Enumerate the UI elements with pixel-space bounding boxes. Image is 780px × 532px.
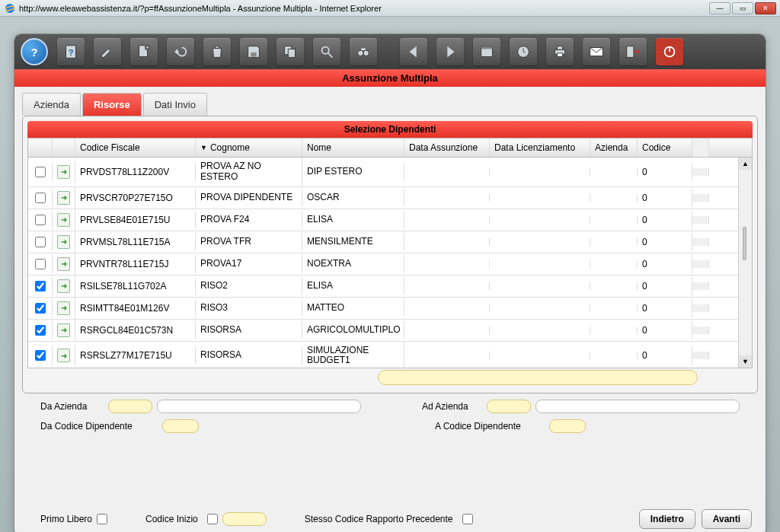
ad-azienda-name[interactable] <box>535 400 740 413</box>
row-action-icon[interactable]: ➜ <box>57 279 70 293</box>
file-plus-icon[interactable]: + <box>130 38 158 65</box>
exit-icon[interactable] <box>619 38 647 65</box>
nav-prev-icon[interactable] <box>400 38 427 65</box>
codice-inizio-field[interactable] <box>222 512 267 526</box>
table-row[interactable]: ➜PRVSCR70P27E715OPROVA DIPENDENTEOSCAR0 <box>28 187 752 209</box>
cell-data-assunzione <box>404 168 490 176</box>
a-codice-dip-field[interactable] <box>549 419 586 433</box>
search-icon[interactable] <box>313 38 340 65</box>
da-azienda-code[interactable] <box>108 400 152 413</box>
cell-data-assunzione <box>404 304 490 312</box>
table-row[interactable]: ➜RSILSE78L11G702ARISO2ELISA0 <box>28 276 752 298</box>
table-row[interactable]: ➜PRVMSL78L11E715APROVA TFRMENSILMENTE0 <box>28 231 752 253</box>
row-checkbox[interactable] <box>35 259 46 269</box>
row-action-icon[interactable]: ➜ <box>57 349 70 362</box>
table-row[interactable]: ➜RSRSLZ77M17E715URISORSASIMULAZIONE BUDG… <box>28 342 752 368</box>
avanti-button[interactable]: Avanti <box>702 509 752 529</box>
table-row[interactable]: ➜RSRGCL84E01C573NRISORSAAGRICOLOMULTIPLO… <box>28 320 752 342</box>
calendar-icon[interactable] <box>473 38 500 65</box>
indietro-button[interactable]: Indietro <box>639 509 695 529</box>
cell-azienda <box>590 260 638 268</box>
cell-azienda <box>590 168 638 176</box>
maximize-button[interactable]: ▭ <box>732 2 753 14</box>
primo-libero-checkbox[interactable] <box>97 514 107 524</box>
cell-data-assunzione <box>404 352 490 359</box>
row-checkbox[interactable] <box>35 215 46 225</box>
col-check[interactable] <box>28 139 53 157</box>
row-checkbox[interactable] <box>35 325 46 336</box>
col-cognome[interactable]: ▼Cognome <box>196 139 302 157</box>
cell-nome: MATTEO <box>302 299 404 317</box>
help-file-icon[interactable]: ? <box>57 38 85 65</box>
lbl-stesso-codice: Stesso Codice Rapporto Precedente <box>305 514 453 524</box>
nav-next-icon[interactable] <box>436 38 464 65</box>
close-button[interactable]: ✕ <box>755 2 776 14</box>
cell-azienda <box>590 282 638 290</box>
row-checkbox[interactable] <box>35 350 46 361</box>
codice-inizio-checkbox[interactable] <box>207 514 218 524</box>
ad-azienda-code[interactable] <box>487 400 531 413</box>
undo-icon[interactable] <box>167 38 194 65</box>
minimize-button[interactable]: — <box>709 2 730 14</box>
table-row[interactable]: ➜PRVNTR78L11E715JPROVA17NOEXTRA0 <box>28 253 752 276</box>
row-action-icon[interactable]: ➜ <box>57 323 70 337</box>
table-row[interactable]: ➜PRVDST78L11Z200VPROVA AZ NO ESTERODIP E… <box>28 158 752 187</box>
tab-dati-invio[interactable]: Dati Invio <box>143 93 207 116</box>
row-checkbox[interactable] <box>35 193 46 203</box>
cell-codice: 0 <box>638 163 692 181</box>
cell-azienda <box>590 194 638 202</box>
grid-scrollbar[interactable]: ▲ ▼ <box>738 158 752 368</box>
col-data-licenziamento[interactable]: Data Licenziamento <box>490 139 590 157</box>
row-action-icon[interactable]: ➜ <box>57 235 70 249</box>
table-row[interactable]: ➜PRVLSE84E01E715UPROVA F24ELISA0 <box>28 209 752 231</box>
ie-icon <box>4 2 16 14</box>
cell-cognome: PROVA DIPENDENTE <box>196 189 302 207</box>
row-action-icon[interactable]: ➜ <box>57 165 70 179</box>
cell-codice: 0 <box>638 233 692 251</box>
cell-data-assunzione <box>404 238 490 246</box>
lbl-da-azienda: Da Azienda <box>40 401 108 412</box>
row-checkbox[interactable] <box>35 237 46 247</box>
print-icon[interactable] <box>546 38 574 65</box>
col-codice-fiscale[interactable]: Codice Fiscale <box>75 139 196 157</box>
col-nome[interactable]: Nome <box>302 139 404 157</box>
lbl-primo-libero: Primo Libero <box>40 514 92 524</box>
row-action-icon[interactable]: ➜ <box>57 257 70 271</box>
copy-icon[interactable] <box>277 38 304 65</box>
tab-risorse[interactable]: Risorse <box>82 93 142 116</box>
grid-filter-field[interactable] <box>378 370 698 385</box>
power-icon[interactable] <box>656 38 683 65</box>
mail-icon[interactable] <box>583 38 610 65</box>
tab-azienda[interactable]: Azienda <box>22 93 81 116</box>
binoculars-icon[interactable] <box>350 38 377 65</box>
col-codice[interactable]: Codice <box>638 139 692 157</box>
cell-data-licenziamento <box>490 352 590 359</box>
col-azienda[interactable]: Azienda <box>590 139 638 157</box>
save-icon[interactable] <box>240 38 267 65</box>
table-row[interactable]: ➜RSIMTT84E01M126VRISO3MATTEO0 <box>28 298 752 320</box>
trash-icon[interactable] <box>203 38 231 65</box>
cell-data-licenziamento <box>490 304 590 312</box>
scroll-thumb[interactable] <box>743 227 746 260</box>
cell-codice-fiscale: PRVMSL78L11E715A <box>75 233 196 251</box>
da-codice-dip-field[interactable] <box>162 419 199 433</box>
row-checkbox[interactable] <box>35 303 46 314</box>
da-azienda-name[interactable] <box>157 400 361 413</box>
cell-data-assunzione <box>404 260 490 268</box>
row-action-icon[interactable]: ➜ <box>57 301 70 315</box>
cell-azienda <box>590 304 638 312</box>
row-action-icon[interactable]: ➜ <box>57 213 70 227</box>
svg-rect-8 <box>251 53 256 57</box>
row-checkbox[interactable] <box>35 167 46 177</box>
cell-nome: ELISA <box>302 277 404 295</box>
help-round-icon[interactable]: ? <box>21 38 48 65</box>
scroll-down-icon[interactable]: ▼ <box>739 355 752 368</box>
row-action-icon[interactable]: ➜ <box>57 191 70 205</box>
stesso-codice-checkbox[interactable] <box>462 514 473 524</box>
col-data-assunzione[interactable]: Data Assunzione <box>404 139 490 157</box>
clock-icon[interactable] <box>510 38 537 65</box>
scroll-up-icon[interactable]: ▲ <box>739 158 752 170</box>
row-checkbox[interactable] <box>35 281 46 291</box>
edit-icon[interactable] <box>94 38 121 65</box>
cell-nome: AGRICOLOMULTIPLO <box>302 321 404 339</box>
